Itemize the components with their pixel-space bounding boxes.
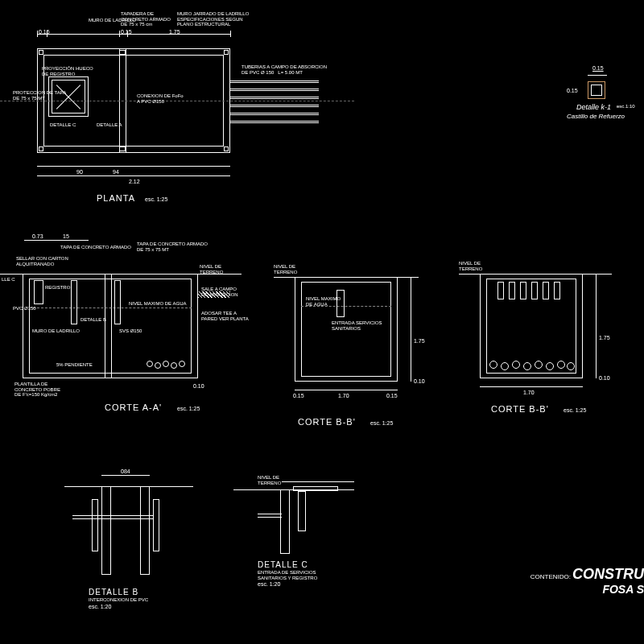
detalle-c-sub: ENTRADA DE SERVICIOS SANITARIOS Y REGIST… [258,570,317,580]
corner [224,50,229,55]
dim-line [37,34,230,35]
note-detC: DETALLE C [50,122,76,128]
dim-line [588,75,607,76]
note-muro: MURO DE LADRILLO [32,328,80,334]
note-tub: TUBERIAS A CAMPO DE ABSORCION DE PVC Ø 1… [242,64,327,75]
dim-line [295,390,398,390]
tee [71,280,77,324]
detalle-b-scale: esc. 1:20 [89,604,111,609]
ground [64,486,193,487]
corner [39,50,43,55]
dim: 1.70 [338,393,349,398]
dim-line [37,175,230,176]
corte-b1-view: NIVEL DE TERRENO NIVEL MAXIMO DE AGUA EN… [274,258,435,443]
corte-b2-view: NIVEL DE TERRENO 1.70 1.75 0.10 CORTE B-… [459,254,628,440]
k1-scale: esc.1:10 [617,104,635,109]
planta-view: 0,15 0,15 1.75 MURO DE LADRILLO TAPADERA… [16,48,338,209]
tb-label: CONTENIDO: [530,573,571,580]
dim-line [101,475,150,476]
divider [111,274,112,378]
castillo-inner [591,85,602,96]
pipe [72,518,101,519]
side-label: LLE C [2,277,15,283]
corte-b1-scale: esc. 1:25 [370,420,393,426]
pipe [230,121,319,122]
pipe [258,517,282,518]
note-sellar: SELLAR CON CARTON ALQUITRANADO [16,256,68,266]
note-tapa2: TAPA DE CONCRETO ARMADO DE 75 x 75 MT [137,242,208,252]
pipe-out [531,282,538,299]
pipe-out [509,282,515,299]
planta-title: PLANTA [97,193,135,203]
tick [230,31,231,37]
detalle-b-sub: INTERCONEXION DE PVC [89,597,148,603]
note-nivel: NIVEL DE TERRENO [258,475,281,485]
dim: 0.15 [592,65,604,71]
title-block: CONTENIDO: CONSTRU FOSA S [530,566,644,596]
pipe [258,514,282,514]
dim: 1.75 [599,335,610,341]
tee-r [153,499,159,551]
wall [280,489,290,554]
registro [34,280,43,304]
note-muro-jar: MURO JARRADO DE LADRILLO ESPECIFICACIONE… [177,11,249,27]
tick [37,31,38,37]
k1-sub: Castillo de Refuerzo [567,114,625,121]
note-tapa: TAPA DE CONCRETO ARMADO [60,245,131,250]
detalle-c-title: DETALLE C [258,560,308,569]
corner [119,147,126,151]
corte-b2-scale: esc. 1:25 [564,407,586,413]
dim-line [282,481,354,482]
divider [105,274,105,378]
pipe [72,515,101,516]
note-detB: DETALLE B [80,317,106,323]
dim: 1.75 [414,338,425,344]
pipe [230,89,319,89]
pipe [230,80,319,81]
dim: 15 [63,233,69,239]
pipe-out [497,282,504,299]
note-nivel-agua: NIVEL MAXIMO DE AGUA [306,296,341,307]
corte-b2-title: CORTE B-B' [491,404,549,414]
gravel [145,338,190,374]
dim-line-v [411,277,411,382]
dim: 0.15 [567,88,578,93]
registro [298,491,306,531]
pipe [230,97,319,97]
gravel [486,335,576,374]
dim-line [24,240,89,241]
tick [119,31,120,37]
dim: 94 [113,169,119,175]
pipe [230,113,319,114]
note-prot: PROTECCION DE TAPA DE 75 x 75 MT [13,90,66,101]
note-detA: DETALLE A [97,122,122,128]
note-pvc: PVC Ø150 [13,306,36,312]
pipe-out [554,282,560,299]
dim: 0.10 [599,375,610,381]
dim: 0.15 [386,393,398,398]
note-nivel-agua: NIVEL MAXIMO DE AGUA [129,301,186,307]
dim: 0.15 [293,393,304,398]
dim: 0.10 [193,383,204,389]
note-prov: PROYECCIÓN HUECO DE REGISTRO [42,66,93,76]
note-adosar: ADOSAR TEE A PARED VER PLANTA [201,311,249,321]
corner [119,50,126,55]
note-svs: SVS Ø150 [119,328,142,334]
outlet [198,291,230,298]
dim: 084 [121,469,130,474]
pipe [230,105,319,105]
pipe-thru [98,518,153,519]
note-plantilla: PLANTILLA DE CONCRETO POBRE DE F'c=150 K… [14,382,60,398]
corner [224,147,229,151]
note-pend: 5% PENDIENTE [56,362,93,368]
dim-line [37,166,230,167]
dim-line-v [596,274,597,378]
tick [127,31,128,37]
pipe-out [543,282,549,299]
detalle-b-title: DETALLE B [89,588,138,597]
note-nivel: NIVEL DE TERRENO [274,264,297,275]
wall-r [140,486,150,575]
pipe-out [520,282,526,299]
note-tap: TAPADERA DE CONCRETO ARMADO DE 75 x 75 c… [121,11,171,27]
planta-scale: esc. 1:25 [145,196,167,202]
